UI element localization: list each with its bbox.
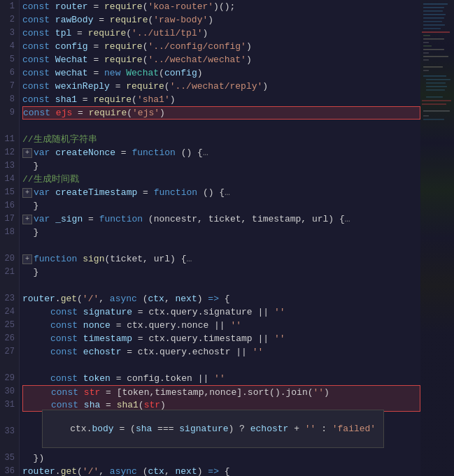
code-line-10: [22, 120, 420, 133]
code-line-30: const str = [token,timestamp,nonce].sort…: [22, 385, 420, 398]
code-line-1: const router = require('koa-router')();: [22, 0, 420, 13]
svg-rect-25: [422, 100, 451, 101]
fold-btn-17[interactable]: +: [22, 215, 32, 224]
minimap: [420, 0, 454, 476]
line-numbers: 1 2 3 4 5 6 7 8 9 11 12 13 14 15 16 17 1…: [0, 0, 20, 476]
svg-rect-4: [423, 17, 444, 19]
code-line-11: //生成随机字符串: [22, 133, 420, 146]
code-line-9: const ejs = require('ejs'): [22, 106, 420, 120]
code-line-25: const nonce = ctx.query.nonce || '': [22, 319, 420, 332]
svg-rect-26: [422, 103, 446, 105]
code-line-12: +var createNonce = function () {…: [22, 146, 420, 159]
svg-rect-13: [423, 49, 444, 50]
fold-btn-12[interactable]: +: [22, 148, 32, 158]
svg-rect-16: [423, 59, 429, 61]
svg-rect-3: [423, 14, 446, 15]
code-line-16: }: [22, 199, 420, 212]
code-line-13: }: [22, 159, 420, 173]
svg-rect-28: [423, 115, 429, 117]
code-line-5: const Wechat = require('../wechat/wechat…: [22, 53, 420, 66]
tooltip-box: ctx.body = (sha === signature) ? echostr…: [42, 410, 384, 448]
code-line-29: const token = config.token || '': [22, 372, 420, 385]
code-line-23: router.get('/', async (ctx, next) => {: [22, 292, 420, 305]
code-line-27: const echostr = ctx.query.echostr || '': [22, 345, 420, 359]
code-line-2: const rawBody = require('raw-body'): [22, 13, 420, 27]
svg-rect-27: [423, 110, 450, 112]
code-line-28: [22, 359, 420, 372]
fold-btn-15[interactable]: +: [22, 188, 32, 198]
code-line-26: const timestamp = ctx.query.timestamp ||…: [22, 332, 420, 345]
svg-rect-2: [423, 10, 443, 12]
minimap-content: [420, 0, 454, 476]
code-line-7: const wexinReply = require('../wechat/re…: [22, 80, 420, 93]
code-line-15: +var createTimestamp = function () {…: [22, 186, 420, 199]
fold-btn-20[interactable]: +: [22, 254, 32, 264]
code-line-35: }): [22, 452, 420, 465]
svg-rect-7: [423, 28, 441, 29]
code-line-22: [22, 279, 420, 292]
svg-rect-9: [423, 35, 430, 36]
code-line-8: const sha1 = require('sha1'): [22, 93, 420, 106]
code-line-6: const wechat = new Wechat(config): [22, 66, 420, 80]
svg-rect-23: [426, 89, 445, 91]
svg-rect-12: [423, 45, 432, 47]
svg-rect-6: [423, 24, 445, 26]
svg-rect-18: [423, 70, 429, 71]
code-line-36: router.get('/', async (ctx, next) => {: [22, 465, 420, 476]
svg-rect-14: [423, 52, 429, 54]
svg-rect-24: [426, 96, 443, 98]
svg-rect-15: [423, 56, 448, 57]
svg-rect-11: [423, 42, 429, 43]
code-line-19: [22, 239, 420, 252]
code-line-24: const signature = ctx.query.signature ||…: [22, 305, 420, 319]
code-line-14: //生成时间戳: [22, 173, 420, 186]
code-area[interactable]: const router = require('koa-router')(); …: [20, 0, 420, 476]
svg-rect-29: [423, 119, 444, 120]
svg-rect-19: [423, 75, 446, 77]
svg-rect-20: [426, 79, 451, 80]
code-line-3: const tpl = require('../util/tpl'): [22, 27, 420, 40]
code-line-17: +var _sign = function (noncestr, ticket,…: [22, 212, 420, 226]
code-line-21: }: [22, 266, 420, 279]
svg-rect-1: [423, 7, 444, 8]
svg-rect-17: [423, 66, 443, 68]
svg-rect-22: [426, 86, 447, 87]
svg-rect-5: [423, 21, 442, 22]
code-line-20: +function sign(ticket, url) {…: [22, 252, 420, 266]
svg-rect-21: [426, 82, 446, 84]
code-line-4: const config = require('../config/config…: [22, 40, 420, 53]
svg-rect-10: [423, 38, 444, 40]
svg-rect-0: [423, 3, 448, 5]
code-line-18: }: [22, 226, 420, 239]
svg-rect-8: [422, 31, 450, 33]
